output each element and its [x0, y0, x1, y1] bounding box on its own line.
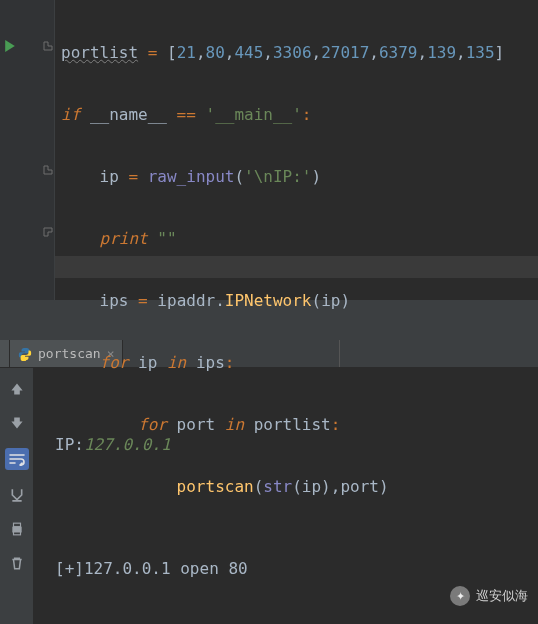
- console-line: [+]127.0.0.1 open 445: [55, 615, 277, 624]
- console-toolbar: [0, 368, 33, 624]
- number-literal: 80: [206, 43, 225, 62]
- identifier: port: [340, 477, 379, 496]
- number-literal: 135: [466, 43, 495, 62]
- identifier: __name__: [90, 105, 167, 124]
- builtin-call: str: [263, 477, 292, 496]
- fold-icon[interactable]: [42, 226, 54, 238]
- identifier: ip: [138, 353, 157, 372]
- keyword: for: [138, 415, 167, 434]
- arrow-up-icon[interactable]: [7, 380, 27, 398]
- keyword: in: [167, 353, 186, 372]
- watermark: ✦ 巡安似海: [450, 586, 528, 606]
- svg-rect-1: [13, 523, 20, 527]
- identifier: ips: [100, 291, 129, 310]
- function-call: IPNetwork: [225, 291, 312, 310]
- identifier: ip: [100, 167, 119, 186]
- identifier: ip: [302, 477, 321, 496]
- watermark-text: 巡安似海: [476, 587, 528, 605]
- arrow-down-icon[interactable]: [7, 414, 27, 432]
- identifier: port: [177, 415, 216, 434]
- soft-wrap-icon[interactable]: [5, 448, 29, 470]
- identifier: portlist: [254, 415, 331, 434]
- python-file-icon: [18, 347, 32, 361]
- number-literal: 3306: [273, 43, 312, 62]
- string-literal: "": [157, 229, 176, 248]
- keyword: in: [225, 415, 244, 434]
- print-icon[interactable]: [7, 520, 27, 538]
- number-literal: 21: [177, 43, 196, 62]
- fold-icon[interactable]: [42, 164, 54, 176]
- code-content[interactable]: portlist = [21,80,445,3306,27017,6379,13…: [55, 0, 504, 300]
- function-call: portscan: [177, 477, 254, 496]
- keyword: for: [100, 353, 129, 372]
- run-icon[interactable]: [4, 38, 16, 56]
- identifier: ipaddr: [157, 291, 215, 310]
- fold-icon[interactable]: [42, 40, 54, 52]
- operator: ==: [177, 105, 196, 124]
- number-literal: 6379: [379, 43, 418, 62]
- trash-icon[interactable]: [7, 554, 27, 572]
- tab-stub: [0, 340, 10, 367]
- identifier: portlist: [61, 43, 138, 62]
- keyword: print: [100, 229, 148, 248]
- number-literal: 27017: [321, 43, 369, 62]
- keyword: if: [61, 105, 80, 124]
- svg-rect-2: [13, 531, 20, 535]
- wechat-icon: ✦: [450, 586, 470, 606]
- scroll-to-end-icon[interactable]: [7, 486, 27, 504]
- string-literal: '\nIP:': [244, 167, 311, 186]
- number-literal: 445: [234, 43, 263, 62]
- editor-gutter: [0, 0, 55, 300]
- number-literal: 139: [427, 43, 456, 62]
- identifier: ip: [321, 291, 340, 310]
- identifier: ips: [196, 353, 225, 372]
- builtin-call: raw_input: [148, 167, 235, 186]
- string-literal: '__main__': [206, 105, 302, 124]
- code-editor[interactable]: portlist = [21,80,445,3306,27017,6379,13…: [0, 0, 538, 300]
- current-line-highlight: [0, 256, 538, 278]
